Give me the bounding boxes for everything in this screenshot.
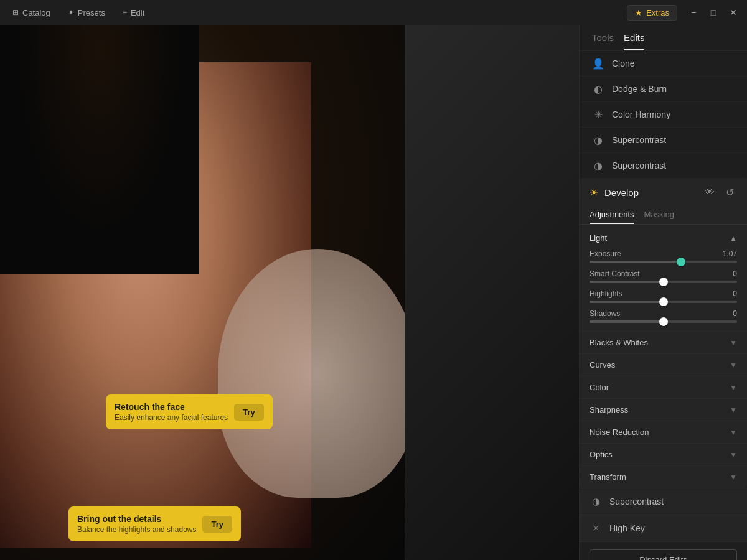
catalog-label: Catalog: [22, 8, 50, 17]
retouch-try-button[interactable]: Try: [234, 404, 264, 421]
catalog-icon: ⊞: [12, 8, 19, 17]
highlights-label-row: Highlights 0: [590, 289, 737, 298]
photo-area: Retouch the face Easily enhance any faci…: [0, 25, 579, 560]
develop-section: ☀ Develop 👁 ↺ Adjustments Masking Light …: [580, 179, 747, 488]
smart-contrast-thumb[interactable]: [659, 278, 668, 286]
smart-contrast-label: Smart Contrast: [590, 269, 640, 278]
exposure-thumb[interactable]: [677, 258, 685, 266]
minimize-button[interactable]: −: [685, 4, 702, 21]
supercontrast-1-icon: ◑: [592, 134, 604, 146]
details-card-text: Bring out the details Balance the highli…: [77, 514, 196, 534]
presets-button[interactable]: ✦ Presets: [60, 6, 113, 20]
light-header[interactable]: Light ▲: [590, 230, 737, 246]
photo-canvas: [0, 25, 405, 560]
window-controls: − □ ✕: [685, 4, 742, 21]
shadows-thumb[interactable]: [659, 317, 668, 326]
edit-button[interactable]: ≡ Edit: [115, 6, 152, 20]
optics-chevron: ▼: [730, 450, 737, 459]
portrait-hair: [0, 25, 199, 274]
extras-button[interactable]: ★ Extras: [627, 5, 677, 21]
optics-label: Optics: [590, 450, 613, 459]
discard-area: Discard Edits: [580, 541, 747, 560]
noise-reduction-chevron: ▼: [730, 428, 737, 437]
details-card-title: Bring out the details: [77, 514, 196, 524]
titlebar: ⊞ Catalog ✦ Presets ≡ Edit ★ Extras − □ …: [0, 0, 747, 25]
curves-label: Curves: [590, 360, 615, 370]
panel-tabs: Tools Edits: [580, 25, 747, 51]
smart-contrast-slider-row: Smart Contrast 0: [590, 266, 737, 286]
color-row[interactable]: Color ▼: [580, 376, 747, 398]
noise-reduction-row[interactable]: Noise Reduction ▼: [580, 421, 747, 443]
exposure-track[interactable]: [590, 261, 737, 263]
dodge-burn-icon: ◐: [592, 83, 604, 95]
edit-label: Edit: [131, 8, 144, 17]
highlights-thumb[interactable]: [659, 297, 668, 306]
bottom-supercontrast-label: Supercontrast: [609, 497, 664, 506]
develop-header: ☀ Develop 👁 ↺: [580, 179, 747, 206]
high-key-label: High Key: [609, 523, 645, 533]
optics-row[interactable]: Optics ▼: [580, 443, 747, 465]
photo-background: Retouch the face Easily enhance any faci…: [0, 25, 579, 560]
tool-color-harmony[interactable]: ✳ Color Harmony: [580, 102, 747, 128]
presets-icon: ✦: [68, 8, 74, 17]
highlights-fill: [590, 301, 664, 303]
tab-masking[interactable]: Masking: [644, 206, 674, 224]
dodge-burn-label: Dodge & Burn: [612, 84, 735, 94]
light-collapse-button[interactable]: ▲: [730, 234, 737, 243]
light-section: Light ▲ Exposure 1.07: [580, 225, 747, 331]
smart-contrast-label-row: Smart Contrast 0: [590, 269, 737, 278]
tool-supercontrast-2[interactable]: ◑ Supercontrast: [580, 153, 747, 179]
sharpness-label: Sharpness: [590, 405, 628, 414]
tab-edits[interactable]: Edits: [624, 32, 644, 50]
main-content: Retouch the face Easily enhance any faci…: [0, 25, 747, 560]
light-title: Light: [590, 233, 607, 243]
smart-contrast-track[interactable]: [590, 281, 737, 283]
blacks-whites-chevron: ▼: [730, 338, 737, 347]
transform-chevron: ▼: [730, 473, 737, 482]
right-panel: Tools Edits 👤 Clone ◐ Dodge & Burn ✳ Col…: [579, 25, 747, 560]
transform-label: Transform: [590, 472, 626, 482]
exposure-value: 1.07: [718, 250, 737, 258]
retouch-card-desc: Easily enhance any facial features: [115, 413, 228, 422]
exposure-label-row: Exposure 1.07: [590, 250, 737, 258]
develop-visibility-button[interactable]: 👁: [702, 185, 717, 200]
tool-supercontrast-1[interactable]: ◑ Supercontrast: [580, 128, 747, 153]
clone-icon: 👤: [592, 57, 604, 70]
details-tooltip-card: Bring out the details Balance the highli…: [68, 506, 241, 541]
highlights-track[interactable]: [590, 301, 737, 303]
bottom-supercontrast-row[interactable]: ◑ Supercontrast: [580, 488, 747, 515]
details-try-button[interactable]: Try: [202, 516, 232, 533]
tab-tools[interactable]: Tools: [592, 32, 614, 50]
transform-row[interactable]: Transform ▼: [580, 465, 747, 488]
curves-row[interactable]: Curves ▼: [580, 353, 747, 376]
curves-chevron: ▼: [730, 361, 737, 370]
shadows-slider-row: Shadows 0: [590, 306, 737, 326]
shadows-track[interactable]: [590, 320, 737, 323]
details-card-desc: Balance the highlights and shadows: [77, 525, 196, 534]
exposure-slider-row: Exposure 1.07: [590, 246, 737, 266]
color-chevron: ▼: [730, 383, 737, 392]
blacks-whites-row[interactable]: Blacks & Whites ▼: [580, 331, 747, 353]
smart-contrast-fill: [590, 281, 664, 283]
tool-clone[interactable]: 👤 Clone: [580, 51, 747, 77]
discard-edits-button[interactable]: Discard Edits: [590, 549, 737, 560]
color-harmony-icon: ✳: [592, 108, 604, 121]
sharpness-row[interactable]: Sharpness ▼: [580, 398, 747, 421]
develop-actions: 👁 ↺: [702, 185, 737, 200]
tool-dodge-burn[interactable]: ◐ Dodge & Burn: [580, 77, 747, 102]
color-label: Color: [590, 383, 609, 392]
develop-reset-button[interactable]: ↺: [722, 185, 737, 200]
retouch-card-text: Retouch the face Easily enhance any faci…: [115, 402, 228, 422]
retouch-tooltip-card: Retouch the face Easily enhance any faci…: [106, 394, 273, 429]
supercontrast-2-icon: ◑: [592, 159, 604, 172]
develop-title: Develop: [604, 187, 696, 198]
highlights-value: 0: [718, 289, 737, 298]
maximize-button[interactable]: □: [705, 4, 722, 21]
close-button[interactable]: ✕: [725, 4, 742, 21]
tab-adjustments[interactable]: Adjustments: [590, 206, 634, 224]
extras-label: Extras: [646, 8, 669, 17]
presets-label: Presets: [78, 8, 105, 17]
catalog-button[interactable]: ⊞ Catalog: [5, 6, 58, 20]
develop-icon: ☀: [590, 187, 598, 198]
high-key-row[interactable]: ✳ High Key: [580, 515, 747, 541]
